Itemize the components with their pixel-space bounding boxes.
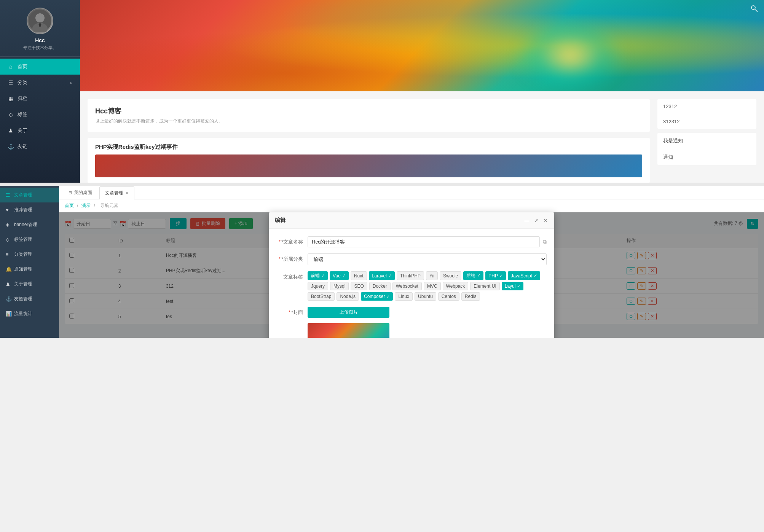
tag-item[interactable]: Node.js [337, 292, 359, 301]
blog-widget-item: 312312 [657, 114, 756, 129]
blog-profile: Hcc 专注于技术分享。 [0, 0, 80, 57]
blog-nav-tags[interactable]: ◇ 标签 [0, 107, 80, 123]
admin-nav-notifications[interactable]: 🔔 通知管理 [0, 262, 59, 277]
form-row-tags: 文章标签 前端 ✓Vue ✓NuxtLaravel ✓ThinkPHPYiiSw… [276, 271, 547, 301]
tag-item[interactable]: Element UI [470, 282, 499, 290]
tags-container: 前端 ✓Vue ✓NuxtLaravel ✓ThinkPHPYiiSwoole后… [308, 271, 547, 301]
chevron-right-icon: ▸ [70, 81, 72, 85]
tag-item[interactable]: Jquery [308, 282, 328, 290]
admin-panel: ☰ 文章管理 ♥ 推荐管理 ◈ banner管理 ◇ 标签管理 ≡ 分类管理 🔔… [0, 186, 764, 338]
breadcrumb-separator: / [94, 203, 95, 208]
tag-check-icon: ✓ [477, 273, 480, 278]
tag-item[interactable]: Layui ✓ [502, 282, 524, 290]
admin-nav-categories[interactable]: ≡ 分类管理 [0, 247, 59, 262]
blog-nav-home[interactable]: ⌂ 首页 [0, 59, 80, 75]
admin-tabs: ⊟ 我的桌面 文章管理 ✕ [59, 186, 764, 199]
tag-item[interactable]: Swoole [440, 271, 461, 280]
admin-nav-banner[interactable]: ◈ banner管理 [0, 217, 59, 232]
blog-article-item: PHP实现Redis监听key过期事件 [88, 138, 650, 183]
admin-content: 📅 至 📅 搜 🗑 批量删除 + 添加 共有数据: 7 条 ↻ [59, 212, 764, 338]
blog-widget-notice-content: 通知 [657, 149, 756, 165]
section-divider [0, 183, 764, 186]
blog-article-title: PHP实现Redis监听key过期事件 [95, 143, 642, 151]
svg-point-5 [751, 6, 755, 10]
tag-check-icon: ✓ [499, 273, 503, 278]
tag-item[interactable]: Nuxt [351, 271, 367, 280]
breadcrumb-home[interactable]: 首页 [65, 203, 74, 208]
tag-item[interactable]: Laravel ✓ [369, 271, 395, 280]
blog-motto: 专注于技术分享。 [23, 45, 57, 51]
edit-modal: 编辑 — ⤢ ✕ *文章名称 [269, 212, 554, 338]
blog-intro-card: Hcc博客 世上最好的解决就是不断进步，成为一个更好更值得被爱的人。 [88, 99, 650, 132]
blog-intro-text: 世上最好的解决就是不断进步，成为一个更好更值得被爱的人。 [95, 118, 642, 124]
tag-item[interactable]: JavaScript ✓ [508, 271, 540, 280]
modal-maximize-button[interactable]: ⤢ [533, 217, 539, 223]
tag-item[interactable]: Mysql [330, 282, 349, 290]
upload-image-button[interactable]: 上传图片 [308, 307, 389, 318]
category-label: *所属分类 [276, 253, 303, 263]
modal-minimize-button[interactable]: — [524, 217, 530, 223]
tag-item[interactable]: Webpack [443, 282, 469, 290]
admin-main: ⊟ 我的桌面 文章管理 ✕ 首页 / 演示 / 导航元素 📅 至 [59, 186, 764, 338]
banner-icon: ◈ [6, 222, 11, 228]
blog-intro-title: Hcc博客 [95, 107, 642, 116]
admin-nav-tags[interactable]: ◇ 标签管理 [0, 232, 59, 247]
tag-item[interactable]: Redis [461, 292, 480, 301]
article-name-input[interactable] [308, 236, 540, 247]
blog-username: Hcc [35, 37, 45, 43]
modal-title: 编辑 [275, 217, 286, 224]
tag-item[interactable]: Centos [438, 292, 459, 301]
blog-nav-archive[interactable]: ▦ 归档 [0, 91, 80, 107]
tag-item[interactable]: PHP ✓ [485, 271, 506, 280]
blog-widget-item: 12312 [657, 99, 756, 114]
tag-check-icon: ✓ [386, 294, 390, 299]
recommend-icon: ♥ [6, 207, 11, 213]
tag-item[interactable]: 前端 ✓ [308, 271, 328, 280]
tag-item[interactable]: ThinkPHP [397, 271, 424, 280]
tab-close-icon[interactable]: ✕ [125, 191, 129, 196]
tag-item[interactable]: SEO [351, 282, 367, 290]
tag-check-icon: ✓ [534, 273, 537, 278]
form-row-category: *所属分类 前端 [276, 253, 547, 265]
copy-icon[interactable]: ⧉ [543, 239, 547, 245]
tab-desktop[interactable]: ⊟ 我的桌面 [63, 186, 98, 199]
tag-item[interactable]: MVC [424, 282, 441, 290]
tag-item[interactable]: Websocket [392, 282, 422, 290]
categories-admin-icon: ≡ [6, 252, 11, 257]
blog-frontend: Hcc 专注于技术分享。 ⌂ 首页 ☰ 分类 ▸ ▦ 归档 ◇ 标签 ♟ [0, 0, 764, 183]
blog-nav-categories[interactable]: ☰ 分类 ▸ [0, 75, 80, 91]
modal-close-button[interactable]: ✕ [542, 217, 548, 223]
about-icon: ♟ [8, 127, 14, 134]
search-icon[interactable] [750, 5, 759, 14]
blog-article-thumbnail [95, 155, 642, 177]
tag-item[interactable]: Docker [369, 282, 391, 290]
tag-item[interactable]: Composer ✓ [361, 292, 393, 301]
tag-check-icon: ✓ [321, 273, 325, 278]
admin-nav-stats[interactable]: 📊 流量统计 [0, 306, 59, 321]
modal-overlay: 编辑 — ⤢ ✕ *文章名称 [59, 212, 764, 338]
admin-nav-friends[interactable]: ⚓ 友链管理 [0, 291, 59, 306]
admin-nav-article[interactable]: ☰ 文章管理 [0, 188, 59, 202]
tag-item[interactable]: 后端 ✓ [463, 271, 483, 280]
tag-item[interactable]: Ubuntu [415, 292, 436, 301]
breadcrumb-current: 导航元素 [100, 203, 118, 208]
blog-nav-friends[interactable]: ⚓ 友链 [0, 139, 80, 155]
breadcrumb: 首页 / 演示 / 导航元素 [59, 199, 764, 212]
admin-nav-recommend[interactable]: ♥ 推荐管理 [0, 202, 59, 217]
tags-icon: ◇ [8, 111, 14, 118]
tab-article-mgmt[interactable]: 文章管理 ✕ [99, 186, 134, 199]
modal-body: *文章名称 ⧉ *所属分类 前端 [269, 229, 554, 338]
breadcrumb-demo[interactable]: 演示 [81, 203, 91, 208]
desktop-icon: ⊟ [69, 190, 72, 195]
blog-nav-about[interactable]: ♟ 关于 [0, 123, 80, 139]
tag-item[interactable]: Yii [426, 271, 438, 280]
tag-check-icon: ✓ [342, 273, 346, 278]
admin-nav-about[interactable]: ♟ 关于管理 [0, 277, 59, 291]
tag-item[interactable]: BootStrap [308, 292, 335, 301]
modal-header: 编辑 — ⤢ ✕ [269, 212, 554, 229]
category-select[interactable]: 前端 [308, 253, 547, 265]
svg-line-6 [755, 10, 758, 12]
form-row-article-name: *文章名称 ⧉ [276, 236, 547, 247]
tag-item[interactable]: Vue ✓ [330, 271, 349, 280]
tag-item[interactable]: Linux [395, 292, 413, 301]
